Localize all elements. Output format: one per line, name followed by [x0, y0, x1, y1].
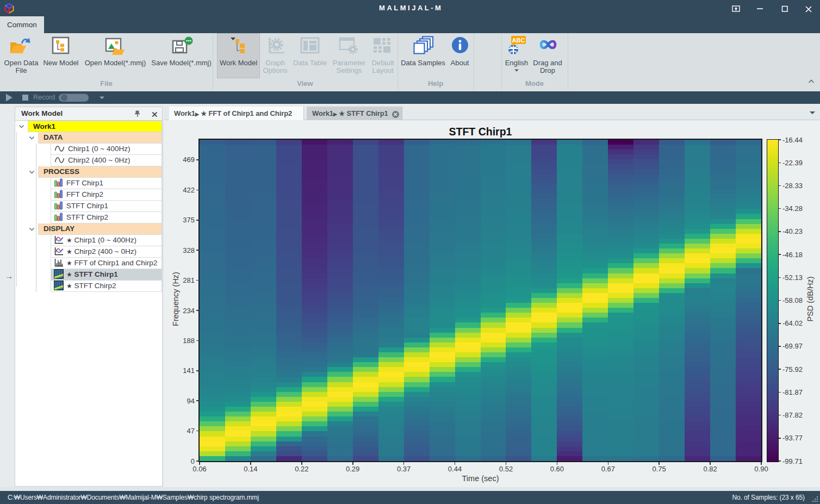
svg-text:ABC: ABC	[512, 37, 525, 43]
